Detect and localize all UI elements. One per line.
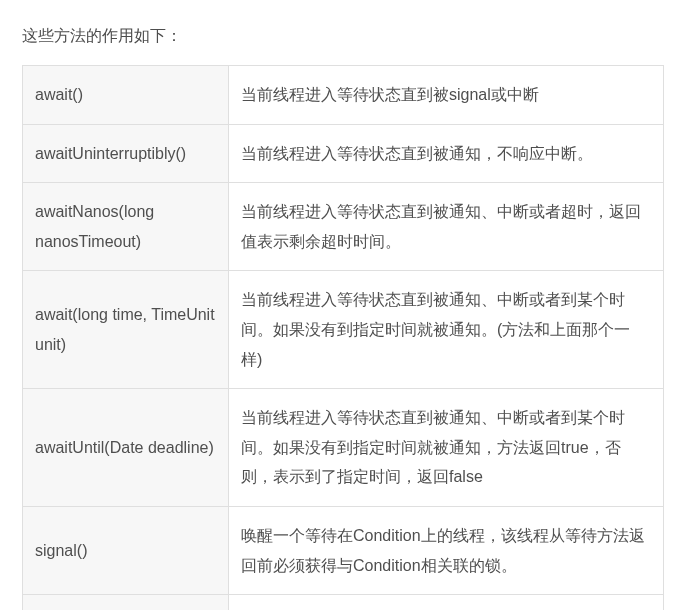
table-row: signal() 唤醒一个等待在Condition上的线程，该线程从等待方法返回… [23, 506, 664, 594]
table-row: awaitUninterruptibly() 当前线程进入等待状态直到被通知，不… [23, 124, 664, 183]
method-name: await(long time, TimeUnit unit) [23, 271, 229, 389]
method-desc: 唤醒所有等待在Condition上的线程，能够从等待方法返回的线程必须获得与Co… [229, 595, 664, 610]
method-desc: 唤醒一个等待在Condition上的线程，该线程从等待方法返回前必须获得与Con… [229, 506, 664, 594]
table-row: awaitUntil(Date deadline) 当前线程进入等待状态直到被通… [23, 389, 664, 507]
methods-table: await() 当前线程进入等待状态直到被signal或中断 awaitUnin… [22, 65, 664, 610]
method-name: await() [23, 66, 229, 125]
method-desc: 当前线程进入等待状态直到被通知，不响应中断。 [229, 124, 664, 183]
table-row: signalAll() 唤醒所有等待在Condition上的线程，能够从等待方法… [23, 595, 664, 610]
method-name: awaitUninterruptibly() [23, 124, 229, 183]
method-name: awaitNanos(long nanosTimeout) [23, 183, 229, 271]
table-row: await(long time, TimeUnit unit) 当前线程进入等待… [23, 271, 664, 389]
method-name: signalAll() [23, 595, 229, 610]
document-page: 这些方法的作用如下： await() 当前线程进入等待状态直到被signal或中… [0, 0, 686, 610]
method-desc: 当前线程进入等待状态直到被通知、中断或者到某个时间。如果没有到指定时间就被通知。… [229, 271, 664, 389]
method-desc: 当前线程进入等待状态直到被通知、中断或者超时，返回值表示剩余超时时间。 [229, 183, 664, 271]
method-name: signal() [23, 506, 229, 594]
method-desc: 当前线程进入等待状态直到被通知、中断或者到某个时间。如果没有到指定时间就被通知，… [229, 389, 664, 507]
method-desc: 当前线程进入等待状态直到被signal或中断 [229, 66, 664, 125]
intro-text: 这些方法的作用如下： [22, 26, 664, 47]
method-name: awaitUntil(Date deadline) [23, 389, 229, 507]
table-row: await() 当前线程进入等待状态直到被signal或中断 [23, 66, 664, 125]
table-row: awaitNanos(long nanosTimeout) 当前线程进入等待状态… [23, 183, 664, 271]
